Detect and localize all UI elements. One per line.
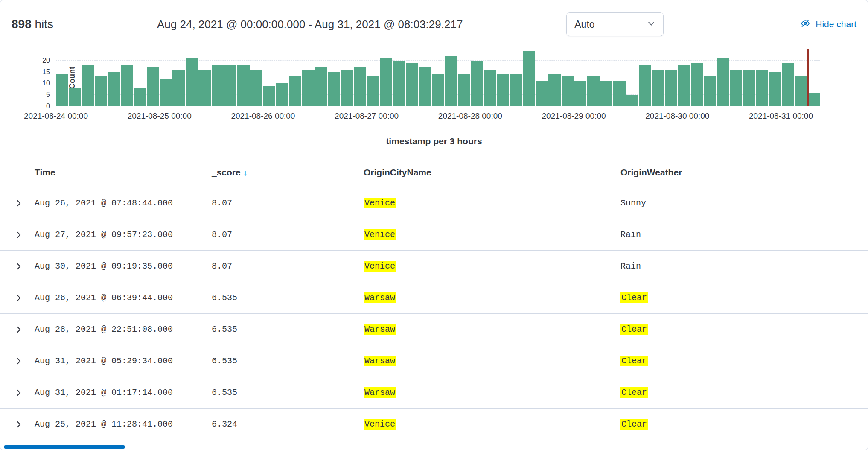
hide-chart-button[interactable]: Hide chart [800,18,856,31]
histogram-bar[interactable] [147,67,159,106]
expand-row-button[interactable] [11,321,27,338]
histogram-bar[interactable] [367,76,379,106]
histogram-bar[interactable] [160,79,172,106]
histogram-bar[interactable] [341,70,353,106]
discover-panel: 898 hits Aug 24, 2021 @ 00:00:00.000 - A… [0,0,868,450]
expand-row-button[interactable] [11,290,27,306]
expand-row-button[interactable] [11,258,27,275]
column-header-time[interactable]: Time [35,167,212,178]
column-header-score[interactable]: _score↓ [212,167,364,178]
histogram-chart: Count 05101520 2021-08-24 00:002021-08-2… [0,49,868,146]
expand-row-button[interactable] [11,416,27,432]
histogram-bar[interactable] [263,86,275,106]
histogram-bar[interactable] [678,65,690,106]
histogram-bar[interactable] [237,65,249,106]
histogram-bar[interactable] [134,88,146,106]
column-header-originweather[interactable]: OriginWeather [620,167,868,178]
cell-weather: Rain [620,261,868,271]
topbar: 898 hits Aug 24, 2021 @ 00:00:00.000 - A… [0,0,868,45]
histogram-bar[interactable] [186,58,198,106]
chart-plot[interactable]: Count 05101520 [56,49,820,106]
histogram-bar[interactable] [172,70,184,106]
histogram-bar[interactable] [562,76,574,106]
histogram-bar[interactable] [302,70,314,106]
table-row: Aug 31, 2021 @ 01:17:14.000 6.535 Warsaw… [0,377,868,409]
cell-weather: Sunny [620,198,868,208]
histogram-bar[interactable] [458,74,470,106]
histogram-bar[interactable] [523,51,535,106]
hits-summary: 898 hits [12,18,53,31]
histogram-bar[interactable] [536,81,548,106]
histogram-bar[interactable] [730,70,742,106]
column-header-origincityname[interactable]: OriginCityName [364,167,620,178]
histogram-bar[interactable] [639,65,651,106]
histogram-bar[interactable] [121,65,133,106]
histogram-bar[interactable] [484,70,495,106]
eye-slash-icon [800,18,810,31]
expand-row-button[interactable] [11,195,27,211]
histogram-bar[interactable] [808,93,820,106]
histogram-bar[interactable] [445,56,457,106]
histogram-bar[interactable] [212,65,224,106]
histogram-bar[interactable] [276,83,288,106]
histogram-bar[interactable] [652,70,664,106]
histogram-bar[interactable] [704,76,716,106]
histogram-bar[interactable] [756,70,768,106]
expand-row-button[interactable] [11,353,27,369]
histogram-bar[interactable] [56,74,68,106]
histogram-bar[interactable] [587,76,599,106]
histogram-bar[interactable] [795,76,807,106]
histogram-bar[interactable] [354,67,366,106]
cell-score: 6.535 [212,293,364,303]
histogram-bar[interactable] [691,63,703,106]
histogram-bar[interactable] [224,65,236,106]
histogram-bar[interactable] [743,70,755,106]
cell-weather: Clear [620,293,868,303]
histogram-bar[interactable] [289,76,301,106]
histogram-bar[interactable] [95,76,107,106]
histogram-bar[interactable] [613,81,625,106]
hits-label: hits [35,18,54,31]
histogram-bar[interactable] [108,72,120,106]
histogram-bar[interactable] [626,95,638,106]
histogram-bar[interactable] [82,65,94,106]
hide-chart-label: Hide chart [816,19,856,29]
sort-desc-icon: ↓ [243,168,248,177]
hits-count: 898 [12,18,32,31]
histogram-bar[interactable] [328,72,340,106]
expand-row-button[interactable] [11,385,27,401]
histogram-bar[interactable] [406,63,418,106]
histogram-bar[interactable] [717,58,729,106]
histogram-bar[interactable] [69,88,81,106]
cell-city: Venice [364,261,620,271]
histogram-bar[interactable] [782,63,794,106]
cell-city: Warsaw [364,388,620,397]
histogram-bar[interactable] [497,74,509,106]
histogram-bar[interactable] [380,58,392,106]
histogram-bar[interactable] [769,72,781,106]
histogram-bar[interactable] [600,81,612,106]
histogram-bar[interactable] [548,74,560,106]
y-tick-label: 15 [42,68,50,76]
histogram-bar[interactable] [315,67,327,106]
histogram-bar[interactable] [510,74,521,106]
cell-weather: Clear [620,419,868,429]
interval-select[interactable]: Auto [566,12,664,36]
x-axis-labels: 2021-08-24 00:002021-08-25 00:002021-08-… [56,111,820,123]
histogram-bar[interactable] [198,70,210,106]
cell-score: 6.535 [212,356,364,366]
cell-score: 6.324 [212,419,364,429]
cell-time: Aug 27, 2021 @ 09:57:23.000 [35,230,212,240]
histogram-bar[interactable] [419,67,431,106]
chevron-right-icon [17,327,20,332]
histogram-bar[interactable] [432,74,444,106]
histogram-bar[interactable] [471,61,483,106]
histogram-bar[interactable] [393,61,405,106]
chevron-right-icon [17,421,20,427]
histogram-bar[interactable] [250,70,262,106]
histogram-bar[interactable] [574,81,586,106]
expand-row-button[interactable] [11,227,27,243]
histogram-bar[interactable] [665,70,677,106]
horizontal-scrollbar-thumb[interactable] [4,445,125,449]
chevron-right-icon [17,295,20,301]
